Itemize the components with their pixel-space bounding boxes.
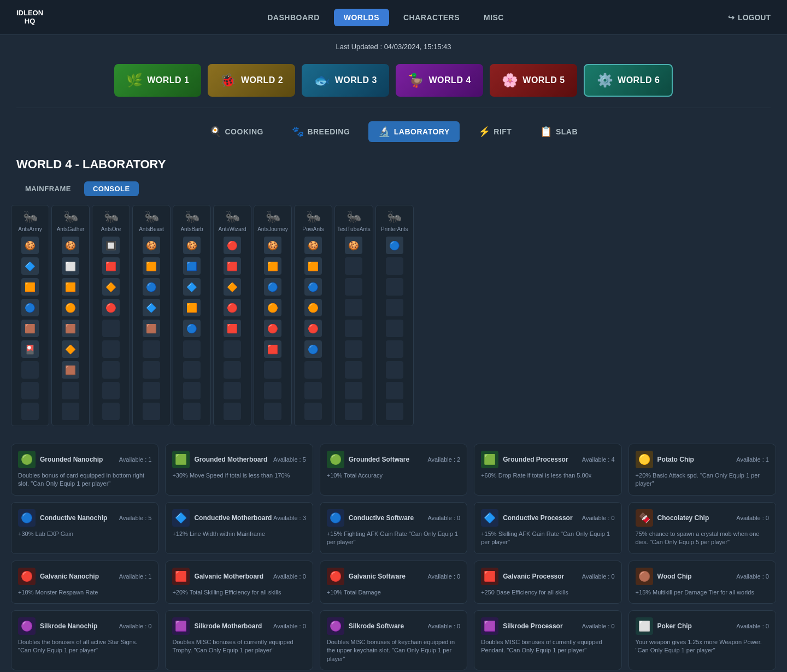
nav-characters[interactable]: CHARACTERS	[393, 9, 469, 26]
chip-slot[interactable]: 🔴	[224, 237, 241, 254]
chip-slot-empty[interactable]	[102, 382, 120, 399]
chip-slot-empty[interactable]	[264, 361, 281, 379]
chip-slot[interactable]: 🟫	[143, 320, 160, 337]
chip-slot-empty[interactable]	[386, 278, 403, 296]
chip-slot-empty[interactable]	[183, 340, 201, 358]
chip-slot[interactable]: 🔶	[102, 278, 120, 296]
chip-slot[interactable]: 🟫	[21, 320, 39, 337]
chip-slot[interactable]: 🍪	[21, 237, 39, 254]
logout-button[interactable]: ↪ LOGOUT	[728, 13, 771, 22]
chip-slot[interactable]: 🟠	[304, 299, 322, 316]
chip-slot-empty[interactable]	[183, 403, 201, 420]
chip-slot-empty[interactable]	[21, 382, 39, 399]
chip-slot[interactable]: 🟫	[62, 361, 79, 379]
world-6-button[interactable]: ⚙️ WORLD 6	[584, 64, 673, 97]
chip-slot-empty[interactable]	[386, 299, 403, 316]
chip-slot[interactable]: 🎴	[21, 340, 39, 358]
chip-slot[interactable]: 🍪	[345, 237, 362, 254]
chip-slot[interactable]: 🟫	[62, 320, 79, 337]
chip-slot-empty[interactable]	[304, 382, 322, 399]
chip-slot[interactable]: 🔷	[183, 278, 201, 296]
tab-rift[interactable]: ⚡ RIFT	[468, 121, 522, 142]
chip-slot[interactable]: 🔷	[21, 257, 39, 275]
chip-slot[interactable]: 🟧	[143, 257, 160, 275]
chip-slot[interactable]: 🟧	[62, 278, 79, 296]
chip-slot[interactable]: 🍪	[183, 237, 201, 254]
chip-slot[interactable]: 🔵	[183, 320, 201, 337]
tab-cooking[interactable]: 🍳 COOKING	[199, 121, 273, 142]
chip-slot[interactable]: 🟧	[304, 257, 322, 275]
chip-slot-empty[interactable]	[62, 382, 79, 399]
chip-slot[interactable]: 🔶	[62, 340, 79, 358]
chip-slot-empty[interactable]	[386, 403, 403, 420]
chip-slot-empty[interactable]	[386, 340, 403, 358]
chip-slot-empty[interactable]	[386, 320, 403, 337]
chip-slot-empty[interactable]	[345, 320, 362, 337]
world-4-button[interactable]: 🦆 WORLD 4	[396, 64, 483, 97]
chip-slot[interactable]: 🔴	[224, 299, 241, 316]
chip-slot-empty[interactable]	[264, 403, 281, 420]
chip-slot-empty[interactable]	[143, 361, 160, 379]
chip-slot[interactable]: 🟧	[264, 257, 281, 275]
chip-slot[interactable]: 🔴	[102, 299, 120, 316]
chip-slot-empty[interactable]	[304, 403, 322, 420]
chip-slot[interactable]: 🟦	[183, 257, 201, 275]
chip-slot[interactable]: 🟠	[62, 299, 79, 316]
world-5-button[interactable]: 🌸 WORLD 5	[490, 64, 577, 97]
chip-slot[interactable]: 🟧	[183, 299, 201, 316]
chip-slot[interactable]: 🔶	[224, 278, 241, 296]
chip-slot[interactable]: 🔲	[102, 237, 120, 254]
world-2-button[interactable]: 🐞 WORLD 2	[208, 64, 295, 97]
tab-breeding[interactable]: 🐾 BREEDING	[282, 121, 360, 142]
chip-slot[interactable]: 🔵	[304, 278, 322, 296]
chip-slot-empty[interactable]	[386, 382, 403, 399]
chip-slot-empty[interactable]	[62, 403, 79, 420]
chip-slot-empty[interactable]	[345, 403, 362, 420]
chip-slot-empty[interactable]	[224, 382, 241, 399]
chip-slot[interactable]: 🍪	[62, 237, 79, 254]
chip-slot-empty[interactable]	[304, 361, 322, 379]
sub-tab-console[interactable]: CONSOLE	[84, 181, 139, 196]
chip-slot[interactable]: 🔴	[304, 320, 322, 337]
chip-slot-empty[interactable]	[345, 299, 362, 316]
chip-slot-empty[interactable]	[345, 257, 362, 275]
chip-slot[interactable]: 🟥	[102, 257, 120, 275]
chip-slot-empty[interactable]	[224, 403, 241, 420]
chip-slot[interactable]: 🔵	[264, 278, 281, 296]
chip-slot[interactable]: 🔷	[143, 299, 160, 316]
chip-slot[interactable]: 🟠	[264, 299, 281, 316]
chip-slot-empty[interactable]	[345, 382, 362, 399]
chip-slot-empty[interactable]	[102, 361, 120, 379]
chip-slot-empty[interactable]	[143, 340, 160, 358]
chip-slot-empty[interactable]	[102, 340, 120, 358]
world-1-button[interactable]: 🌿 WORLD 1	[114, 64, 202, 97]
chip-slot[interactable]: 🔵	[304, 340, 322, 358]
chip-slot[interactable]: 🟥	[224, 320, 241, 337]
chip-slot-empty[interactable]	[102, 403, 120, 420]
chip-slot-empty[interactable]	[345, 278, 362, 296]
chip-slot-empty[interactable]	[102, 320, 120, 337]
chip-slot[interactable]: 🟥	[264, 340, 281, 358]
chip-slot-empty[interactable]	[143, 382, 160, 399]
sub-tab-mainframe[interactable]: MAINFRAME	[16, 181, 80, 196]
nav-misc[interactable]: MISC	[474, 9, 514, 26]
world-3-button[interactable]: 🐟 WORLD 3	[302, 64, 389, 97]
chip-slot[interactable]: 🍪	[304, 237, 322, 254]
chip-slot[interactable]: 🟥	[224, 257, 241, 275]
chip-slot[interactable]: 🔵	[21, 299, 39, 316]
chip-slot-empty[interactable]	[345, 361, 362, 379]
nav-worlds[interactable]: WORLDS	[334, 9, 389, 26]
chip-slot-empty[interactable]	[21, 403, 39, 420]
chip-slot[interactable]: 🔵	[143, 278, 160, 296]
tab-laboratory[interactable]: 🔬 LABORATORY	[368, 121, 459, 142]
chip-slot[interactable]: 🍪	[143, 237, 160, 254]
chip-slot[interactable]: 🔴	[264, 320, 281, 337]
chip-slot-empty[interactable]	[264, 382, 281, 399]
tab-slab[interactable]: 📋 SLAB	[530, 121, 588, 142]
chip-slot-empty[interactable]	[143, 403, 160, 420]
chip-slot-empty[interactable]	[224, 340, 241, 358]
chip-slot-empty[interactable]	[345, 340, 362, 358]
nav-dashboard[interactable]: DASHBOARD	[257, 9, 330, 26]
chip-slot[interactable]: 🟧	[21, 278, 39, 296]
chip-slot-empty[interactable]	[183, 361, 201, 379]
